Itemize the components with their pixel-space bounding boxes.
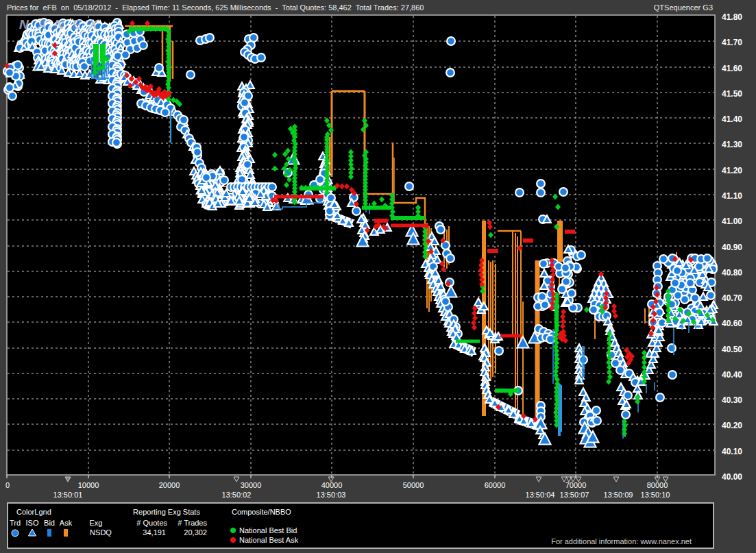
svg-text:40.80: 40.80 (722, 268, 742, 278)
svg-text:41.60: 41.60 (722, 64, 742, 73)
svg-text:13:50:10: 13:50:10 (641, 491, 670, 499)
svg-text:ISO: ISO (26, 519, 39, 527)
svg-text:41.30: 41.30 (722, 140, 742, 149)
svg-text:50000: 50000 (403, 481, 424, 489)
svg-text:40.10: 40.10 (722, 447, 742, 456)
svg-text:80000: 80000 (647, 481, 668, 489)
svg-text:41.20: 41.20 (722, 166, 742, 175)
svg-text:40.00: 40.00 (722, 472, 742, 482)
svg-text:13:50:09: 13:50:09 (604, 491, 633, 499)
svg-text:30000: 30000 (241, 481, 262, 489)
svg-text:QTSequencer G3: QTSequencer G3 (654, 3, 713, 12)
svg-text:13:50:03: 13:50:03 (317, 491, 346, 499)
svg-text:National Best Bid: National Best Bid (239, 526, 297, 534)
svg-text:13:50:02: 13:50:02 (222, 491, 252, 499)
svg-text:40.90: 40.90 (722, 243, 742, 252)
svg-text:41.50: 41.50 (722, 89, 742, 99)
svg-text:Reporting Exg Stats: Reporting Exg Stats (133, 508, 200, 516)
svg-text:For additional information: ww: For additional information: www.nanex.ne… (551, 537, 692, 545)
svg-text:Prices for eFB on 05/18/201: Prices for eFB on 05/18/2012 - Elapsed T… (7, 3, 424, 12)
svg-text:# Quotes: # Quotes (136, 519, 167, 527)
svg-text:40000: 40000 (321, 481, 343, 489)
svg-text:20000: 20000 (159, 481, 180, 489)
svg-text:13:50:07: 13:50:07 (560, 491, 589, 499)
svg-text:Composite/NBBO: Composite/NBBO (232, 508, 291, 516)
svg-text:34,191: 34,191 (143, 528, 166, 537)
svg-text:40.20: 40.20 (722, 421, 742, 430)
svg-text:Trd: Trd (10, 519, 21, 527)
svg-text:NANEX: NANEX (19, 17, 106, 32)
svg-text:10000: 10000 (78, 481, 99, 489)
svg-text:ColorLgnd: ColorLgnd (16, 508, 51, 516)
svg-text:# Trades: # Trades (178, 519, 207, 527)
svg-text:41.00: 41.00 (722, 217, 742, 226)
svg-text:41.40: 41.40 (722, 114, 742, 124)
svg-text:40.30: 40.30 (722, 395, 742, 405)
svg-text:70000: 70000 (565, 481, 587, 489)
svg-text:41.80: 41.80 (722, 12, 742, 22)
svg-text:National Best Ask: National Best Ask (239, 536, 299, 544)
svg-text:0: 0 (5, 481, 10, 489)
svg-text:41.70: 41.70 (722, 38, 742, 47)
svg-text:60000: 60000 (485, 481, 506, 489)
svg-text:40.60: 40.60 (722, 319, 742, 328)
svg-text:20,302: 20,302 (184, 528, 207, 537)
svg-text:41.10: 41.10 (722, 191, 742, 201)
svg-text:Exg: Exg (90, 519, 103, 527)
svg-text:Ask: Ask (60, 519, 73, 527)
svg-text:40.40: 40.40 (722, 370, 742, 380)
svg-text:Bid: Bid (44, 519, 55, 527)
svg-text:40.70: 40.70 (722, 293, 742, 303)
svg-text:13:50:04: 13:50:04 (526, 491, 555, 499)
svg-text:NSDQ: NSDQ (90, 528, 112, 537)
svg-text:13:50:01: 13:50:01 (53, 491, 83, 499)
svg-text:40.50: 40.50 (722, 345, 742, 354)
